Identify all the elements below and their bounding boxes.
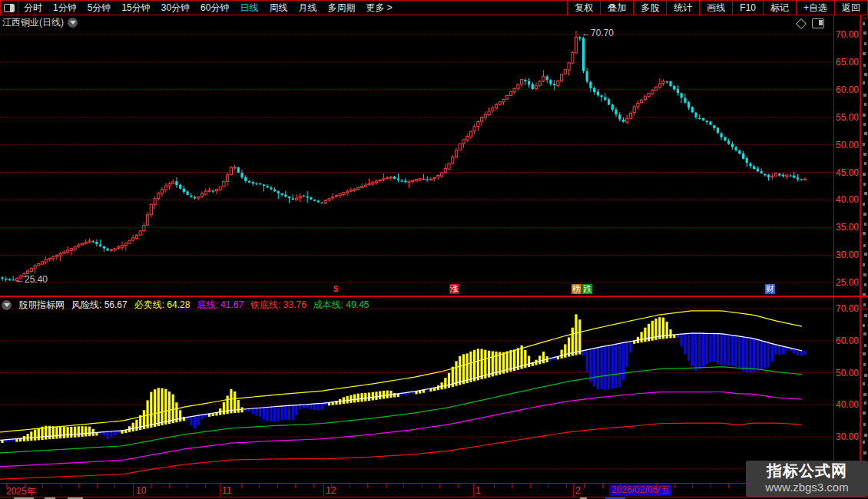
toolbar-tool-4[interactable]: 画线 — [699, 1, 732, 15]
axis-minor-tick — [512, 484, 512, 488]
diamond-marker-icon[interactable] — [796, 18, 807, 28]
axis-minor-tick — [42, 484, 43, 488]
indicator-bar — [353, 395, 356, 403]
indicator-bar — [771, 343, 774, 362]
strip-glyph — [863, 244, 866, 247]
indicator-bar — [34, 430, 36, 441]
event-badge-1[interactable]: 涨 — [449, 284, 459, 294]
toolbar-tool-3[interactable]: 统计 — [666, 1, 699, 15]
candle — [717, 128, 719, 133]
indicator-panel-chart[interactable] — [0, 297, 834, 483]
main-price-label: 40.00 — [836, 194, 859, 205]
candle — [648, 94, 650, 97]
main-candlestick-chart[interactable] — [0, 29, 834, 296]
candle — [240, 173, 243, 177]
toolbar-item-9[interactable]: 多周期 — [322, 1, 360, 15]
indicator-bar — [270, 406, 272, 421]
candle — [669, 81, 671, 86]
candle — [273, 190, 276, 192]
strip-divider — [861, 309, 868, 309]
toolbar-item-10[interactable]: 更多 > — [360, 1, 397, 15]
title-bar: 江西铜业(日线) — [0, 15, 830, 29]
candle — [99, 244, 101, 246]
candle — [473, 127, 475, 131]
title-chevron-down-icon[interactable] — [68, 18, 78, 28]
indicator-bar — [724, 333, 726, 365]
candle — [59, 254, 61, 256]
toolbar-item-0[interactable]: 分时 — [18, 1, 48, 15]
indicator-bar — [230, 389, 232, 413]
indicator-bar — [364, 393, 366, 402]
watermark-title: 指标公式网 — [746, 461, 868, 480]
toolbar-item-3[interactable]: 15分钟 — [116, 1, 155, 15]
last-date-box[interactable]: 2026/02/06/五 — [609, 484, 671, 496]
toolbar-tool-0[interactable]: 复权 — [567, 1, 600, 15]
indicator-bar — [179, 410, 181, 421]
strip-glyph — [864, 314, 867, 317]
event-badge-0[interactable]: $ — [333, 284, 339, 294]
indicator-bar — [564, 345, 566, 358]
toolbar-tool-7[interactable]: +自选 — [796, 1, 834, 15]
indicator-bar — [666, 322, 668, 339]
event-badge-3[interactable]: 跌 — [582, 284, 592, 294]
event-badge-4[interactable]: 财 — [765, 284, 775, 294]
event-badge-2[interactable]: 榜 — [571, 284, 581, 294]
axis-minor-tick — [367, 484, 368, 488]
candle — [408, 181, 410, 183]
candle — [299, 196, 301, 197]
candle — [187, 192, 189, 195]
candle — [742, 154, 744, 159]
indicator-bar — [575, 314, 577, 355]
strip-glyph — [863, 123, 866, 126]
candle — [88, 241, 91, 242]
axis-major-tick — [220, 484, 220, 497]
toolbar-item-2[interactable]: 5分钟 — [82, 1, 117, 15]
candle — [477, 122, 479, 127]
toolbar-item-5[interactable]: 60分钟 — [195, 1, 234, 15]
strip-glyph — [863, 273, 866, 276]
window-split-icon[interactable] — [812, 18, 824, 28]
indicator-bar — [74, 427, 76, 438]
candle — [389, 177, 392, 178]
watermark: 指标公式网 www.zbgs3.com — [746, 461, 868, 497]
indicator-bar — [383, 391, 385, 399]
axis-minor-tick — [313, 484, 314, 488]
candle — [379, 180, 381, 180]
indicator-bar — [691, 332, 694, 366]
candle — [310, 197, 312, 199]
indicator-bar — [749, 337, 751, 372]
toolbar-tool-5[interactable]: F10 — [732, 1, 763, 15]
toolbar-item-1[interactable]: 1分钟 — [48, 1, 82, 15]
candlestick-series[interactable] — [1, 31, 806, 282]
strip-glyph — [863, 393, 866, 396]
candle — [168, 183, 171, 186]
candle — [263, 184, 265, 186]
candle — [84, 243, 87, 244]
trading-app-window: 分时1分钟5分钟15分钟30分钟60分钟日线周线月线多周期更多 > 复权叠加多股… — [0, 0, 868, 499]
candle — [687, 102, 690, 107]
sub-gridlines — [0, 309, 833, 469]
indicator-bar — [372, 392, 374, 401]
candle — [346, 191, 349, 193]
layout-toggle-button[interactable] — [1, 1, 18, 15]
sub-price-label: 60.00 — [836, 335, 859, 346]
candle — [223, 181, 225, 187]
indicator-chevron-down-icon[interactable] — [2, 300, 12, 310]
sub-price-label: 50.00 — [836, 368, 859, 378]
toolbar-tool-1[interactable]: 叠加 — [600, 1, 633, 15]
axis-minor-tick — [602, 484, 603, 488]
candle — [509, 92, 512, 96]
toolbar-tool-2[interactable]: 多股 — [633, 1, 666, 15]
candle — [538, 81, 541, 85]
toolbar-tool-6[interactable]: 标记 — [763, 1, 796, 15]
toolbar-item-6[interactable]: 日线 — [234, 1, 263, 15]
candle — [691, 107, 694, 112]
toolbar-item-8[interactable]: 月线 — [293, 1, 322, 15]
toolbar-tool-8[interactable]: 返回 — [834, 1, 867, 15]
toolbar-item-4[interactable]: 30分钟 — [156, 1, 195, 15]
indicator-bar — [684, 333, 686, 355]
toolbar-item-7[interactable]: 周线 — [263, 1, 293, 15]
indicator-bar — [578, 319, 581, 354]
candle — [324, 200, 326, 203]
indicator-bar — [760, 340, 763, 369]
